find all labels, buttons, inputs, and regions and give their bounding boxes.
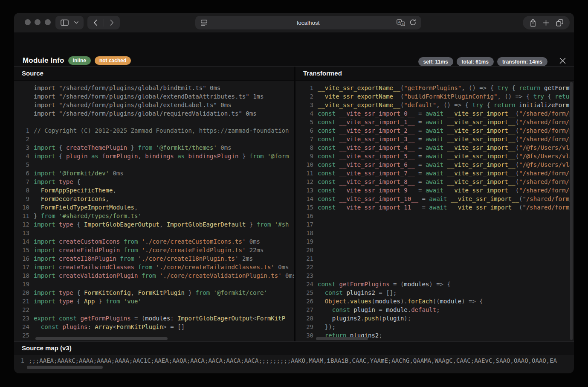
code-token: createCustomIcons <box>55 237 120 246</box>
back-button[interactable] <box>93 20 97 26</box>
code-token: , <box>159 220 167 229</box>
sourcemap-hscrollbar[interactable] <box>27 366 103 369</box>
line-number: 2 <box>300 92 313 101</box>
module-link[interactable]: './core/createCustomIcons.ts' <box>138 237 246 246</box>
code-token: await <box>426 143 443 152</box>
cache-status-badge: not cached <box>95 56 131 65</box>
module-link[interactable]: "buildFormKitPluginConfig" <box>404 92 497 101</box>
code-token: ImportGlobEagerOutput <box>177 314 253 323</box>
module-link[interactable]: './core/createValidationPlugin.ts' <box>156 271 282 280</box>
module-link[interactable]: "getFormPlugins" <box>404 84 461 92</box>
code-token: __vite_ssr_import__ <box>443 143 516 152</box>
code-line: 24const getFormPlugins = (modules) => { <box>295 280 574 288</box>
code-token: = <box>415 160 426 169</box>
traffic-light-zoom-button[interactable] <box>45 19 51 25</box>
code-line: 15import createFieldPlugin from './core/… <box>14 246 294 254</box>
translate-icon[interactable]: A x <box>397 19 405 26</box>
code-token: const <box>55 314 77 323</box>
code-token: __vite_ssr_import__ <box>443 135 516 143</box>
line-number: 9 <box>19 195 29 203</box>
forward-button[interactable] <box>110 20 114 26</box>
module-link[interactable]: "/shared/form/p <box>519 126 573 135</box>
code-line: 17import createTailwindClasses from './c… <box>14 263 294 271</box>
transformed-vscrollbar[interactable] <box>570 82 573 340</box>
module-link[interactable]: "/@fs/Users/vla <box>519 152 573 160</box>
chevron-down-icon[interactable] <box>74 21 78 24</box>
code-token: = <box>375 306 386 314</box>
code-line: 13const __vite_ssr_import_9__ = await __… <box>295 186 574 195</box>
module-link[interactable]: "default" <box>404 101 436 109</box>
module-link[interactable]: "/shared/form/ <box>523 195 573 203</box>
code-token: const <box>318 177 336 186</box>
url-text[interactable]: localhost <box>297 20 319 26</box>
line-number: 21 <box>300 254 313 263</box>
code-token: FormFieldTypeImportModules <box>34 203 134 212</box>
address-bar[interactable]: localhost A x <box>195 16 421 29</box>
share-icon[interactable] <box>530 19 536 27</box>
code-line: 20 <box>295 246 574 254</box>
code-line: 12import type { ImportGlobEagerOutput, I… <box>14 220 294 229</box>
svg-text:x: x <box>402 22 404 26</box>
code-token: __vite_ssr_exportName__ <box>318 92 400 101</box>
code-token: (( <box>433 297 440 306</box>
module-link[interactable]: "/shared/form/p <box>519 135 573 143</box>
line-number: 4 <box>19 152 29 160</box>
module-link[interactable]: './core/createFieldPlugin.ts' <box>138 246 246 254</box>
source-hscrollbar[interactable] <box>35 337 168 340</box>
code-line: 21 <box>295 254 574 263</box>
code-line: 25 const plugins2 = []; <box>295 288 574 297</box>
code-token: const <box>318 195 336 203</box>
code-token: __vite_ssr_import_1__ <box>336 118 414 126</box>
module-link[interactable]: './core/createI18nPlugin.ts' <box>134 254 238 263</box>
module-link[interactable]: "/@fs/Users/vla <box>519 143 573 152</box>
line-number: 25 <box>300 288 313 297</box>
traffic-light-minimize-button[interactable] <box>35 19 41 25</box>
code-token: import "/shared/form/plugins/global/exte… <box>34 92 264 101</box>
code-token: { <box>483 101 494 109</box>
code-token: import <box>34 237 55 246</box>
code-token: , <box>138 152 141 160</box>
module-link[interactable]: './core/createTailwindClasses.ts' <box>152 263 275 271</box>
code-line: 1// Copyright (C) 2012-2025 Zammad Found… <box>14 126 294 135</box>
sidebar-icon[interactable] <box>61 19 69 26</box>
module-link[interactable]: "/shared/form/ <box>523 203 573 212</box>
line-number: 17 <box>19 263 29 271</box>
code-token: __vite_ssr_import_5__ <box>336 152 414 160</box>
code-token: { <box>73 288 84 297</box>
code-token: ( <box>400 92 404 101</box>
module-link[interactable]: "/shared/form/c <box>519 186 573 195</box>
code-line <box>14 118 294 126</box>
code-token: , <box>106 195 109 203</box>
module-link[interactable]: "/shared/form/c <box>519 169 573 177</box>
reader-icon[interactable] <box>201 20 207 26</box>
sourcemap-code-area[interactable]: 1;;;AAEA;AAAkC;AAAA;AAAA;AAAA;AAC1C;AAEA… <box>14 355 574 373</box>
code-token: initializeForm <box>516 101 569 109</box>
code-token: = <box>415 135 426 143</box>
code-line: 27 const plugin = module.default; <box>295 306 574 314</box>
code-line: 23export const getFormPlugins = (modules… <box>14 314 294 323</box>
module-link[interactable]: "/shared/form/p <box>519 118 573 126</box>
line-number: 5 <box>300 118 313 126</box>
new-tab-icon[interactable] <box>543 20 549 26</box>
line-number: 15 <box>19 246 29 254</box>
reload-icon[interactable] <box>409 19 416 26</box>
module-link[interactable]: "/shared/form/c <box>519 177 573 186</box>
transformed-code-area[interactable]: 1__vite_ssr_exportName__("getFormPlugins… <box>295 81 574 342</box>
code-token: , <box>113 186 116 195</box>
code-token: 0ms <box>275 263 289 271</box>
close-icon[interactable] <box>558 56 567 65</box>
code-token: const <box>318 118 336 126</box>
module-link[interactable]: "/@fs/Users/vla <box>519 160 573 169</box>
module-link[interactable]: "/shared/form/p <box>519 109 573 118</box>
line-number: 27 <box>300 306 313 314</box>
code-token: ( <box>400 101 404 109</box>
line-number: 29 <box>300 323 313 331</box>
traffic-light-close-button[interactable] <box>25 19 31 25</box>
code-token: const <box>318 143 336 152</box>
self-time-badge: self: 11ms <box>418 57 453 66</box>
tab-overview-icon[interactable] <box>556 19 563 26</box>
code-token: = <box>415 186 426 195</box>
code-line: 5const __vite_ssr_import_1__ = await __v… <box>295 118 574 126</box>
source-code-area[interactable]: import "/shared/form/plugins/global/bind… <box>14 81 294 342</box>
transformed-hscrollbar[interactable] <box>316 337 368 340</box>
